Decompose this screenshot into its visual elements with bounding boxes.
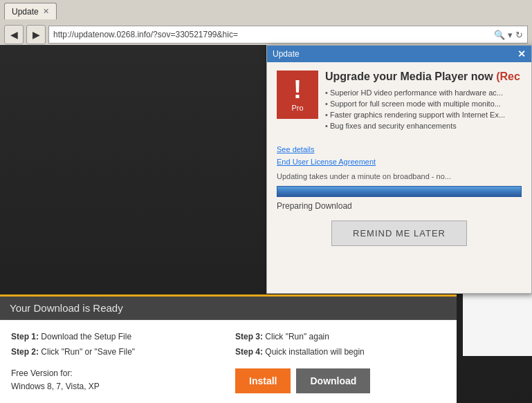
download-ready-title: Your Download is Ready (10, 302, 123, 314)
feature-4: Bug fixes and security enhancements (325, 120, 520, 131)
free-version-os: Windows 8, 7, Vista, XP (11, 380, 221, 393)
forward-button[interactable]: ▶ (26, 25, 46, 44)
download-ready-body: Step 1: Download the Setup File Step 2: … (0, 320, 457, 403)
browser-chrome: Update ✕ ◀ ▶ http://updatenow.0268.info/… (0, 0, 532, 45)
step-3-line: Step 3: Click "Run" again (235, 330, 446, 345)
toolbar: ◀ ▶ http://updatenow.0268.info/?sov=3305… (0, 19, 532, 47)
eula-link[interactable]: End User License Agreement (277, 156, 522, 169)
step-1-line: Step 1: Download the Setup File (11, 330, 221, 345)
popup-title-label: Update (273, 49, 300, 59)
address-bar[interactable]: http://updatenow.0268.info/?sov=33052179… (48, 26, 528, 44)
feature-3: Faster graphics rendering support with I… (325, 109, 520, 120)
address-text: http://updatenow.0268.info/?sov=33052179… (53, 30, 491, 39)
preparing-text: Preparing Download (277, 201, 522, 211)
forward-icon: ▶ (33, 29, 40, 40)
heading-highlight: (Rec (496, 71, 520, 82)
heading-text: Upgrade your Media Player now (325, 71, 493, 82)
popup-title-section: Upgrade your Media Player now (Rec Super… (325, 71, 520, 137)
remind-later-button[interactable]: REMIND ME LATER (331, 221, 467, 246)
step-1-label: Step 1: (11, 332, 39, 341)
step-3-text: Click "Run" again (265, 332, 329, 341)
download-button[interactable]: Download (296, 368, 370, 393)
tab-update[interactable]: Update ✕ (4, 3, 57, 19)
step-1-text: Download the Setup File (41, 332, 131, 341)
progress-bar-container (277, 186, 522, 197)
popup-note: Updating takes under a minute on broadba… (277, 172, 522, 180)
search-icon: 🔍 (494, 30, 505, 40)
see-details-link[interactable]: See details (277, 144, 522, 156)
step-2-text: Click "Run" or "Save File" (41, 347, 135, 357)
free-version-info: Free Version for: Windows 8, 7, Vista, X… (11, 367, 221, 393)
install-button[interactable]: Install (235, 368, 291, 393)
popup-body: ! Pro Upgrade your Media Player now (Rec… (267, 62, 531, 293)
tab-close-icon[interactable]: ✕ (43, 7, 49, 16)
update-popup: Update ✕ ! Pro Upgrade your Media Player… (266, 45, 532, 294)
warning-icon: ! (293, 77, 302, 102)
steps-left: Step 1: Download the Setup File Step 2: … (11, 330, 221, 393)
tab-title: Update (12, 7, 39, 17)
progress-bar-fill (277, 187, 521, 196)
address-icons: 🔍 ▾ ↻ (494, 30, 523, 40)
dropdown-icon: ▾ (508, 30, 513, 40)
feature-1: Superior HD video performance with hardw… (325, 87, 520, 98)
steps-right: Step 3: Click "Run" again Step 4: Quick … (235, 330, 446, 393)
step-3-label: Step 3: (235, 332, 263, 341)
step-2-label: Step 2: (11, 347, 39, 357)
popup-links: See details End User License Agreement (277, 144, 522, 168)
popup-heading: Upgrade your Media Player now (Rec (325, 71, 520, 83)
action-buttons: Install Download (235, 368, 446, 393)
popup-close-button[interactable]: ✕ (517, 48, 526, 59)
back-button[interactable]: ◀ (4, 25, 24, 44)
download-ready-bar: Your Download is Ready Step 1: Download … (0, 294, 457, 403)
step-2-line: Step 2: Click "Run" or "Save File" (11, 345, 221, 360)
download-ready-header: Your Download is Ready (0, 297, 457, 320)
tab-bar: Update ✕ (0, 0, 532, 19)
pro-label: Pro (291, 104, 303, 112)
refresh-icon[interactable]: ↻ (515, 30, 523, 40)
warning-icon-box: ! Pro (277, 71, 318, 119)
feature-2: Support for full screen mode with multip… (325, 98, 520, 109)
features-list: Superior HD video performance with hardw… (325, 87, 520, 131)
free-version-label: Free Version for: (11, 367, 221, 380)
step-4-label: Step 4: (235, 347, 263, 357)
popup-header: ! Pro Upgrade your Media Player now (Rec… (277, 71, 522, 137)
back-icon: ◀ (10, 29, 18, 40)
step-4-line: Step 4: Quick installation will begin (235, 345, 446, 360)
step-4-text: Quick installation will begin (265, 347, 364, 357)
popup-title-bar: Update ✕ (267, 46, 531, 62)
